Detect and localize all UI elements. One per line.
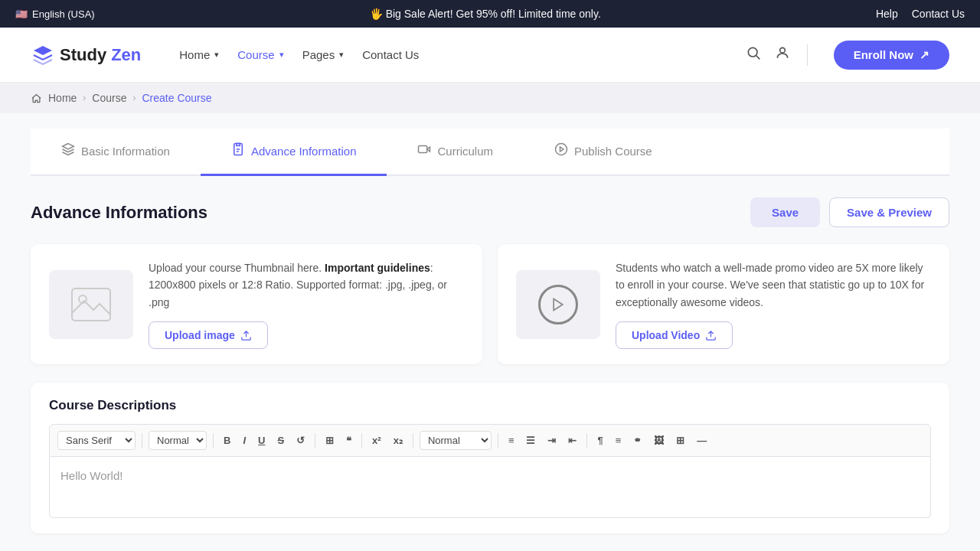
svg-marker-14 <box>554 298 563 310</box>
play-icon <box>550 297 566 312</box>
promo-video-upload-card: Students who watch a well-made promo vid… <box>498 244 949 364</box>
video-icon <box>417 142 431 160</box>
action-buttons: Save Save & Preview <box>750 197 949 227</box>
logo-study: Study <box>60 45 106 65</box>
tab-basic-label: Basic Information <box>81 145 170 158</box>
arrow-icon: ↗ <box>920 48 929 62</box>
navbar: StudyZen Home ▾ Course ▾ Pages ▾ Contact… <box>0 28 980 83</box>
strikethrough-button[interactable]: S <box>273 432 288 448</box>
breadcrumb-current: Create Course <box>142 92 212 104</box>
image-button[interactable]: 🖼 <box>650 432 668 448</box>
tab-basic-information[interactable]: Basic Information <box>31 129 201 176</box>
upload-image-icon <box>240 330 252 341</box>
language-selector[interactable]: 🇺🇸 English (USA) <box>15 8 95 20</box>
banner-nav-links: Help Contact Us <box>876 8 965 20</box>
indent-button[interactable]: ⇥ <box>544 432 560 448</box>
upload-video-button[interactable]: Upload Video <box>616 321 733 349</box>
layers-icon <box>61 142 75 160</box>
toolbar-sep-7 <box>586 433 587 448</box>
thumbnail-preview <box>49 270 133 339</box>
tab-publish-label: Publish Course <box>574 145 652 158</box>
undo-button[interactable]: ↺ <box>292 432 309 448</box>
svg-line-1 <box>756 56 760 60</box>
svg-marker-3 <box>63 144 74 150</box>
breadcrumb-course[interactable]: Course <box>92 92 126 104</box>
section-title: Advance Informations <box>31 203 207 223</box>
svg-point-2 <box>779 47 785 53</box>
tab-curriculum-label: Curriculum <box>437 145 493 158</box>
svg-point-9 <box>555 144 567 155</box>
top-banner: 🇺🇸 English (USA) 🖐 Big Sale Alert! Get 9… <box>0 0 980 28</box>
tab-bar: Basic Information Advance Information Cu… <box>31 129 949 176</box>
save-button[interactable]: Save <box>750 197 820 227</box>
breadcrumb-sep-1: › <box>83 93 86 103</box>
ordered-list-button[interactable]: ≡ <box>505 432 518 448</box>
breadcrumb-sep-2: › <box>133 93 136 103</box>
font-size-select[interactable]: Normal Large Small <box>149 431 207 450</box>
nav-links: Home ▾ Course ▾ Pages ▾ Contact Us <box>179 48 722 61</box>
outdent-button[interactable]: ⇤ <box>564 432 580 448</box>
paragraph-format-select[interactable]: Normal Heading 1 Heading 2 <box>420 431 492 450</box>
toolbar-sep-2 <box>213 433 214 448</box>
search-button[interactable] <box>746 45 761 64</box>
upload-image-button[interactable]: Upload image <box>149 321 268 349</box>
toolbar-sep-1 <box>142 433 142 448</box>
user-button[interactable] <box>775 45 790 64</box>
toolbar-sep-5 <box>413 433 413 448</box>
editor-content[interactable]: Hello World! <box>49 457 931 518</box>
svg-marker-10 <box>560 147 564 152</box>
more-button[interactable]: — <box>693 432 710 448</box>
underline-button[interactable]: U <box>254 432 269 448</box>
toolbar-sep-3 <box>315 433 315 448</box>
course-descriptions-section: Course Descriptions Sans Serif Serif Mon… <box>31 383 949 533</box>
help-link[interactable]: Help <box>876 8 898 20</box>
contact-link-banner[interactable]: Contact Us <box>912 8 965 20</box>
breadcrumb-home[interactable]: Home <box>48 92 77 104</box>
clipboard-icon <box>231 142 245 160</box>
superscript-button[interactable]: x² <box>368 432 385 448</box>
toolbar-sep-6 <box>498 433 498 448</box>
unordered-list-button[interactable]: ☰ <box>522 432 539 448</box>
play-circle-icon <box>554 142 568 160</box>
nav-pages[interactable]: Pages ▾ <box>302 48 345 61</box>
tab-publish-course[interactable]: Publish Course <box>524 129 683 176</box>
subscript-button[interactable]: x₂ <box>390 432 407 448</box>
section-header: Advance Informations Save Save & Preview <box>31 197 949 227</box>
nav-contact[interactable]: Contact Us <box>362 48 419 61</box>
logo[interactable]: StudyZen <box>31 43 141 67</box>
editor-toolbar: Sans Serif Serif Monospace Normal Large … <box>49 424 931 457</box>
align-button[interactable]: ≡ <box>612 432 626 448</box>
quote-button[interactable]: ❝ <box>342 432 355 448</box>
breadcrumb: Home › Course › Create Course <box>0 83 980 113</box>
tab-curriculum[interactable]: Curriculum <box>387 129 524 176</box>
main-content: Basic Information Advance Information Cu… <box>0 113 980 551</box>
table-button[interactable]: ⊞ <box>672 432 688 448</box>
paragraph-button[interactable]: ¶ <box>593 432 606 448</box>
font-family-select[interactable]: Sans Serif Serif Monospace <box>57 431 136 450</box>
italic-button[interactable]: I <box>239 432 250 448</box>
course-descriptions-title: Course Descriptions <box>49 398 931 413</box>
save-preview-button[interactable]: Save & Preview <box>829 197 949 227</box>
thumbnail-description: Upload your course Thumbnail here. Impor… <box>149 259 464 311</box>
nav-home[interactable]: Home ▾ <box>179 48 219 61</box>
format-button[interactable]: ⊞ <box>322 432 338 448</box>
nav-icons: Enroll Now ↗ <box>746 41 949 70</box>
play-button-icon <box>538 285 578 324</box>
home-icon <box>31 93 42 104</box>
nav-course[interactable]: Course ▾ <box>237 48 283 61</box>
nav-divider <box>807 44 808 66</box>
bold-button[interactable]: B <box>220 432 234 448</box>
link-button[interactable]: ⚭ <box>629 432 645 448</box>
promo-banner-text: 🖐 Big Sale Alert! Get 95% off! Limited t… <box>95 8 876 20</box>
thumbnail-upload-info: Upload your course Thumbnail here. Impor… <box>149 259 464 349</box>
tab-advance-information[interactable]: Advance Information <box>201 129 387 176</box>
toolbar-sep-4 <box>361 433 362 448</box>
logo-zen: Zen <box>111 45 141 65</box>
svg-rect-11 <box>72 289 110 321</box>
enroll-now-button[interactable]: Enroll Now ↗ <box>834 41 949 70</box>
tab-advance-label: Advance Information <box>251 145 357 158</box>
thumbnail-upload-card: Upload your course Thumbnail here. Impor… <box>31 244 482 364</box>
promo-video-upload-info: Students who watch a well-made promo vid… <box>616 259 931 349</box>
flag-icon: 🇺🇸 <box>15 8 28 20</box>
upload-video-icon <box>705 330 717 341</box>
